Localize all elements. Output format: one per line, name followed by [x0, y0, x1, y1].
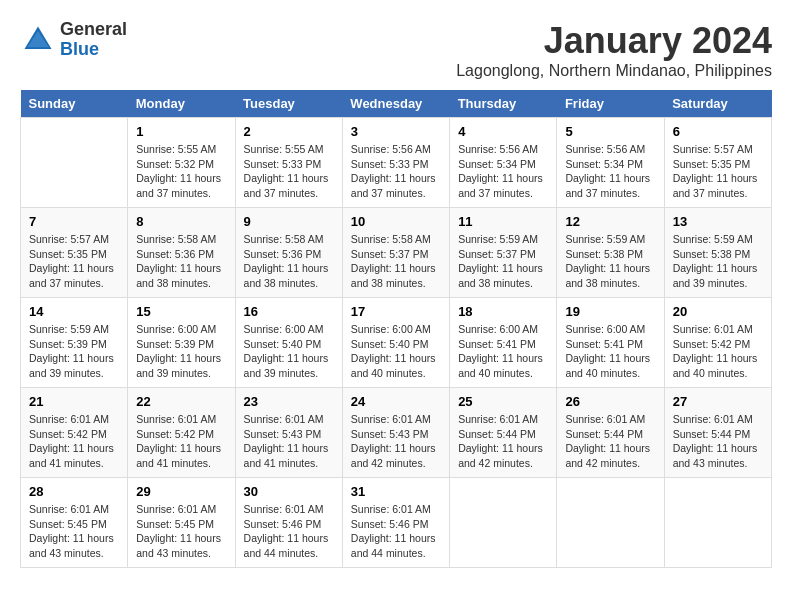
calendar-cell: 12Sunrise: 5:59 AMSunset: 5:38 PMDayligh…: [557, 208, 664, 298]
day-info: Sunrise: 6:00 AMSunset: 5:41 PMDaylight:…: [565, 322, 655, 381]
calendar-cell: 14Sunrise: 5:59 AMSunset: 5:39 PMDayligh…: [21, 298, 128, 388]
day-number: 6: [673, 124, 763, 139]
weekday-row: SundayMondayTuesdayWednesdayThursdayFrid…: [21, 90, 772, 118]
day-number: 17: [351, 304, 441, 319]
calendar-cell: 26Sunrise: 6:01 AMSunset: 5:44 PMDayligh…: [557, 388, 664, 478]
day-number: 4: [458, 124, 548, 139]
calendar-cell: 10Sunrise: 5:58 AMSunset: 5:37 PMDayligh…: [342, 208, 449, 298]
calendar-header: SundayMondayTuesdayWednesdayThursdayFrid…: [21, 90, 772, 118]
day-info: Sunrise: 6:01 AMSunset: 5:42 PMDaylight:…: [673, 322, 763, 381]
calendar-week-1: 1Sunrise: 5:55 AMSunset: 5:32 PMDaylight…: [21, 118, 772, 208]
calendar-week-3: 14Sunrise: 5:59 AMSunset: 5:39 PMDayligh…: [21, 298, 772, 388]
calendar-body: 1Sunrise: 5:55 AMSunset: 5:32 PMDaylight…: [21, 118, 772, 568]
calendar-cell: 29Sunrise: 6:01 AMSunset: 5:45 PMDayligh…: [128, 478, 235, 568]
day-info: Sunrise: 5:55 AMSunset: 5:32 PMDaylight:…: [136, 142, 226, 201]
day-info: Sunrise: 5:59 AMSunset: 5:37 PMDaylight:…: [458, 232, 548, 291]
day-info: Sunrise: 6:01 AMSunset: 5:45 PMDaylight:…: [136, 502, 226, 561]
day-number: 14: [29, 304, 119, 319]
calendar-cell: 20Sunrise: 6:01 AMSunset: 5:42 PMDayligh…: [664, 298, 771, 388]
day-info: Sunrise: 5:59 AMSunset: 5:38 PMDaylight:…: [673, 232, 763, 291]
calendar-week-5: 28Sunrise: 6:01 AMSunset: 5:45 PMDayligh…: [21, 478, 772, 568]
weekday-header-tuesday: Tuesday: [235, 90, 342, 118]
calendar-cell: 24Sunrise: 6:01 AMSunset: 5:43 PMDayligh…: [342, 388, 449, 478]
day-number: 12: [565, 214, 655, 229]
day-number: 2: [244, 124, 334, 139]
calendar-cell: 2Sunrise: 5:55 AMSunset: 5:33 PMDaylight…: [235, 118, 342, 208]
location-text: Lagonglong, Northern Mindanao, Philippin…: [456, 62, 772, 80]
calendar-cell: 23Sunrise: 6:01 AMSunset: 5:43 PMDayligh…: [235, 388, 342, 478]
calendar-cell: 4Sunrise: 5:56 AMSunset: 5:34 PMDaylight…: [450, 118, 557, 208]
day-info: Sunrise: 5:57 AMSunset: 5:35 PMDaylight:…: [673, 142, 763, 201]
logo-blue-text: Blue: [60, 40, 127, 60]
day-info: Sunrise: 5:56 AMSunset: 5:34 PMDaylight:…: [458, 142, 548, 201]
calendar-cell: 19Sunrise: 6:00 AMSunset: 5:41 PMDayligh…: [557, 298, 664, 388]
day-number: 18: [458, 304, 548, 319]
page-header: General Blue January 2024 Lagonglong, No…: [20, 20, 772, 80]
day-info: Sunrise: 6:01 AMSunset: 5:44 PMDaylight:…: [565, 412, 655, 471]
calendar-cell: 30Sunrise: 6:01 AMSunset: 5:46 PMDayligh…: [235, 478, 342, 568]
weekday-header-saturday: Saturday: [664, 90, 771, 118]
day-info: Sunrise: 6:01 AMSunset: 5:43 PMDaylight:…: [351, 412, 441, 471]
day-number: 20: [673, 304, 763, 319]
day-number: 28: [29, 484, 119, 499]
weekday-header-wednesday: Wednesday: [342, 90, 449, 118]
calendar-cell: 21Sunrise: 6:01 AMSunset: 5:42 PMDayligh…: [21, 388, 128, 478]
calendar-cell: 5Sunrise: 5:56 AMSunset: 5:34 PMDaylight…: [557, 118, 664, 208]
day-number: 8: [136, 214, 226, 229]
calendar-cell: 22Sunrise: 6:01 AMSunset: 5:42 PMDayligh…: [128, 388, 235, 478]
day-number: 7: [29, 214, 119, 229]
day-number: 25: [458, 394, 548, 409]
day-number: 3: [351, 124, 441, 139]
day-info: Sunrise: 6:00 AMSunset: 5:41 PMDaylight:…: [458, 322, 548, 381]
calendar-cell: 15Sunrise: 6:00 AMSunset: 5:39 PMDayligh…: [128, 298, 235, 388]
calendar-cell: 16Sunrise: 6:00 AMSunset: 5:40 PMDayligh…: [235, 298, 342, 388]
calendar-cell: 27Sunrise: 6:01 AMSunset: 5:44 PMDayligh…: [664, 388, 771, 478]
calendar-cell: 8Sunrise: 5:58 AMSunset: 5:36 PMDaylight…: [128, 208, 235, 298]
day-info: Sunrise: 5:59 AMSunset: 5:39 PMDaylight:…: [29, 322, 119, 381]
day-info: Sunrise: 6:00 AMSunset: 5:39 PMDaylight:…: [136, 322, 226, 381]
day-info: Sunrise: 6:01 AMSunset: 5:44 PMDaylight:…: [673, 412, 763, 471]
title-block: January 2024 Lagonglong, Northern Mindan…: [456, 20, 772, 80]
calendar-week-4: 21Sunrise: 6:01 AMSunset: 5:42 PMDayligh…: [21, 388, 772, 478]
calendar-cell: 17Sunrise: 6:00 AMSunset: 5:40 PMDayligh…: [342, 298, 449, 388]
calendar-cell: [21, 118, 128, 208]
calendar-cell: [664, 478, 771, 568]
day-info: Sunrise: 6:01 AMSunset: 5:46 PMDaylight:…: [351, 502, 441, 561]
day-info: Sunrise: 6:01 AMSunset: 5:46 PMDaylight:…: [244, 502, 334, 561]
day-info: Sunrise: 6:01 AMSunset: 5:44 PMDaylight:…: [458, 412, 548, 471]
day-info: Sunrise: 5:56 AMSunset: 5:34 PMDaylight:…: [565, 142, 655, 201]
day-number: 13: [673, 214, 763, 229]
day-number: 21: [29, 394, 119, 409]
day-number: 22: [136, 394, 226, 409]
month-title: January 2024: [456, 20, 772, 62]
calendar-cell: 9Sunrise: 5:58 AMSunset: 5:36 PMDaylight…: [235, 208, 342, 298]
calendar-cell: 7Sunrise: 5:57 AMSunset: 5:35 PMDaylight…: [21, 208, 128, 298]
day-info: Sunrise: 5:58 AMSunset: 5:36 PMDaylight:…: [136, 232, 226, 291]
day-info: Sunrise: 6:01 AMSunset: 5:42 PMDaylight:…: [136, 412, 226, 471]
calendar-cell: 28Sunrise: 6:01 AMSunset: 5:45 PMDayligh…: [21, 478, 128, 568]
day-info: Sunrise: 6:00 AMSunset: 5:40 PMDaylight:…: [244, 322, 334, 381]
calendar-cell: 1Sunrise: 5:55 AMSunset: 5:32 PMDaylight…: [128, 118, 235, 208]
logo-text: General Blue: [60, 20, 127, 60]
day-number: 19: [565, 304, 655, 319]
calendar-week-2: 7Sunrise: 5:57 AMSunset: 5:35 PMDaylight…: [21, 208, 772, 298]
calendar-cell: 6Sunrise: 5:57 AMSunset: 5:35 PMDaylight…: [664, 118, 771, 208]
day-number: 24: [351, 394, 441, 409]
day-info: Sunrise: 5:55 AMSunset: 5:33 PMDaylight:…: [244, 142, 334, 201]
day-info: Sunrise: 5:58 AMSunset: 5:36 PMDaylight:…: [244, 232, 334, 291]
weekday-header-friday: Friday: [557, 90, 664, 118]
calendar-cell: 3Sunrise: 5:56 AMSunset: 5:33 PMDaylight…: [342, 118, 449, 208]
calendar-cell: 25Sunrise: 6:01 AMSunset: 5:44 PMDayligh…: [450, 388, 557, 478]
day-info: Sunrise: 5:58 AMSunset: 5:37 PMDaylight:…: [351, 232, 441, 291]
day-number: 10: [351, 214, 441, 229]
day-number: 23: [244, 394, 334, 409]
day-number: 29: [136, 484, 226, 499]
day-number: 9: [244, 214, 334, 229]
calendar-cell: 31Sunrise: 6:01 AMSunset: 5:46 PMDayligh…: [342, 478, 449, 568]
day-number: 26: [565, 394, 655, 409]
weekday-header-sunday: Sunday: [21, 90, 128, 118]
day-number: 15: [136, 304, 226, 319]
day-info: Sunrise: 6:01 AMSunset: 5:45 PMDaylight:…: [29, 502, 119, 561]
day-number: 16: [244, 304, 334, 319]
day-info: Sunrise: 5:59 AMSunset: 5:38 PMDaylight:…: [565, 232, 655, 291]
